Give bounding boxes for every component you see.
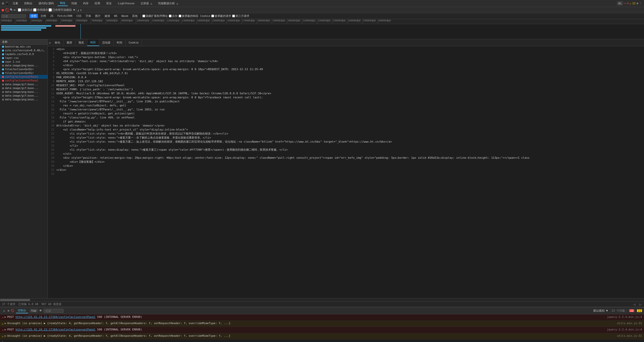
filter-js[interactable]: JS — [49, 14, 55, 18]
tab-application[interactable]: 应用 — [92, 1, 103, 6]
tab-headers[interactable]: 标头 — [52, 39, 64, 46]
checkbox-hide-ext[interactable]: 隐藏扩展程序网址 — [142, 14, 168, 18]
file-item-7[interactable]: files?action=GetDir — [0, 71, 48, 75]
file-item-5[interactable]: data:image/png;base... — [0, 64, 48, 67]
console-filter-input[interactable] — [44, 309, 64, 313]
filter-ws[interactable]: WS — [113, 14, 119, 18]
file-item-0[interactable]: bootstrap.min.css — [0, 45, 48, 49]
filter-css[interactable]: CSS — [75, 14, 83, 18]
invert-checkbox[interactable] — [169, 15, 172, 17]
preserve-log-label[interactable]: 保留日志 — [18, 8, 33, 12]
file-item-2[interactable]: laydate.css?v=5.0.9 — [0, 52, 48, 56]
file-item-6[interactable]: files?action=GetDir — [0, 67, 48, 71]
nav-left[interactable]: ◁ — [633, 302, 636, 306]
console-level-selector[interactable]: top — [30, 309, 38, 313]
settings-icon[interactable]: ⚙ — [636, 2, 638, 5]
checkbox-third-party[interactable]: 第三方请求 — [232, 14, 249, 18]
nav-right[interactable]: ▷ — [639, 302, 642, 306]
tab-network[interactable]: 网络 — [57, 1, 68, 6]
eye-icon[interactable]: 👁 — [39, 309, 42, 312]
filter-all[interactable]: 全部 — [29, 14, 38, 18]
resp-close[interactable]: ✕ — [48, 41, 52, 45]
blocked-requests-checkbox[interactable] — [211, 15, 214, 17]
more-icon[interactable]: ⋮ — [639, 2, 642, 5]
console-source-2[interactable]: jquery-2.2.4.min.js:4 — [607, 327, 642, 332]
clear-btn[interactable]: 🚫 — [5, 8, 9, 12]
tab-payload[interactable]: 载荷 — [64, 39, 75, 46]
console-prompt-icon: > — [2, 340, 4, 342]
console-clear-icon[interactable]: 🚫 — [11, 309, 14, 312]
scrollbar-thumb[interactable] — [0, 299, 30, 301]
third-party-checkbox[interactable] — [232, 15, 235, 17]
devtools-device-icon[interactable]: 📱 — [5, 2, 9, 5]
file-item-9[interactable]: config?action=setPanel — [0, 79, 48, 82]
console-stop-icon[interactable]: ⊘ — [8, 309, 9, 312]
console-source-0[interactable]: jquery-2.2.4.min.js:4 — [607, 315, 642, 319]
expand-0[interactable]: ▶ — [5, 315, 6, 319]
tab-preview[interactable]: 预览 — [75, 39, 87, 46]
file-item-10[interactable]: data:image/gif;base... — [0, 82, 48, 86]
tab-perfmon[interactable]: 性能数据分析 △ — [156, 1, 181, 6]
tab-initiator[interactable]: 启动器 — [99, 39, 114, 46]
tab-lighthouse[interactable]: Lighthouse — [115, 1, 137, 6]
tab-console[interactable]: 控制台 — [22, 1, 35, 6]
checkbox-invert[interactable]: 反转 — [169, 14, 178, 18]
filter-btn[interactable]: ⊟ — [14, 8, 16, 12]
checkbox-blocked-requests[interactable]: 被屏蔽的请求 — [211, 14, 231, 18]
filter-wasm[interactable]: Wasm — [120, 14, 130, 18]
search-btn[interactable]: 🔍 — [10, 8, 13, 12]
console-close-btn[interactable]: ✕ — [2, 309, 6, 313]
filter-font[interactable]: 字体 — [84, 14, 93, 18]
code-panel: ✕ 标头 载荷 预览 响应 启动器 时间 Cookie 1<div>2 <h3>… — [48, 39, 644, 298]
file-item-14[interactable]: data:image/png;base... — [0, 98, 48, 101]
file-item-13[interactable]: data:image/gif;base... — [0, 94, 48, 98]
devtools-inspect-icon[interactable]: ⊡ — [2, 2, 4, 5]
tab-recorder[interactable]: 记录器 △ — [138, 1, 155, 6]
file-item-1[interactable]: site.css?version=8.0.48;repair=RGIUvSKsE… — [0, 49, 48, 52]
console-link-0[interactable]: http://125.41.24.21:17104/config?action=… — [16, 315, 96, 319]
default-levels-label[interactable]: 默认级别 ▼ — [593, 309, 608, 312]
tab-response[interactable]: 响应 — [87, 39, 99, 46]
console-link-2[interactable]: http://125.41.24.21:17104/config?action=… — [16, 328, 96, 331]
console-source-3[interactable]: utils.min.js:31 — [617, 334, 642, 338]
filter-media[interactable]: 媒体 — [103, 14, 112, 18]
console-tab-main[interactable]: 控制台 — [16, 308, 28, 313]
import-btn[interactable]: ↓ — [77, 8, 79, 12]
checkbox-blocked-cookies[interactable]: 被屏蔽的响应 Cookie — [179, 14, 210, 18]
expand-3[interactable]: ▶ — [5, 334, 6, 338]
console-input-area[interactable] — [5, 340, 642, 342]
code-line-13: 13 <pre style="height:370px;word-wrap: b… — [48, 96, 644, 100]
file-item-11[interactable]: data:image/gif;base... — [0, 86, 48, 90]
ai-button[interactable]: Ai — [617, 1, 623, 6]
file-item-8[interactable]: config?action=setPanel — [0, 75, 48, 79]
transferred: 已传输 6.8 kB — [18, 302, 38, 306]
filter-doc[interactable]: 文档 — [39, 14, 48, 18]
hide-ext-checkbox[interactable] — [142, 15, 145, 17]
console-source-1[interactable]: utils.min.js:31 — [617, 321, 642, 326]
tab-timing[interactable]: 时间 — [114, 39, 126, 46]
tab-security[interactable]: 安全 — [104, 1, 114, 6]
offline-checkbox[interactable] — [49, 8, 52, 12]
tab-sources[interactable]: 源代码/源码 — [36, 1, 57, 6]
filter-input[interactable] — [1, 14, 26, 18]
tab-elements[interactable]: 元素 — [10, 1, 21, 6]
tab-memory[interactable]: 内存 — [80, 1, 91, 6]
export-btn[interactable]: ↑ — [80, 8, 82, 12]
preserve-log-checkbox[interactable] — [18, 8, 21, 12]
tab-cookie[interactable]: Cookie — [126, 39, 142, 46]
blocked-cookies-checkbox[interactable] — [179, 15, 181, 17]
expand-1[interactable]: ▶ — [5, 321, 6, 326]
file-item-12[interactable]: data:image/png;base... — [0, 90, 48, 94]
horizontal-scrollbar[interactable] — [0, 298, 644, 301]
file-item-3[interactable]: layer.css — [0, 56, 48, 60]
offline-label[interactable]: 已停用节流模拟 ▼ — [49, 8, 75, 12]
filter-fetch-xhr[interactable]: Fetch/XHR — [56, 14, 74, 18]
filter-image[interactable]: 图片 — [94, 14, 102, 18]
file-item-4[interactable]: zyyn_1.css — [0, 60, 48, 64]
tab-performance[interactable]: 性能 — [69, 1, 79, 6]
disable-cache-checkbox[interactable] — [33, 8, 36, 12]
expand-2[interactable]: ▶ — [5, 327, 6, 332]
record-btn[interactable]: ⏺ — [1, 8, 5, 12]
disable-cache-label[interactable]: 停用缓存 — [33, 8, 48, 12]
filter-other[interactable]: 其他 — [131, 14, 139, 18]
